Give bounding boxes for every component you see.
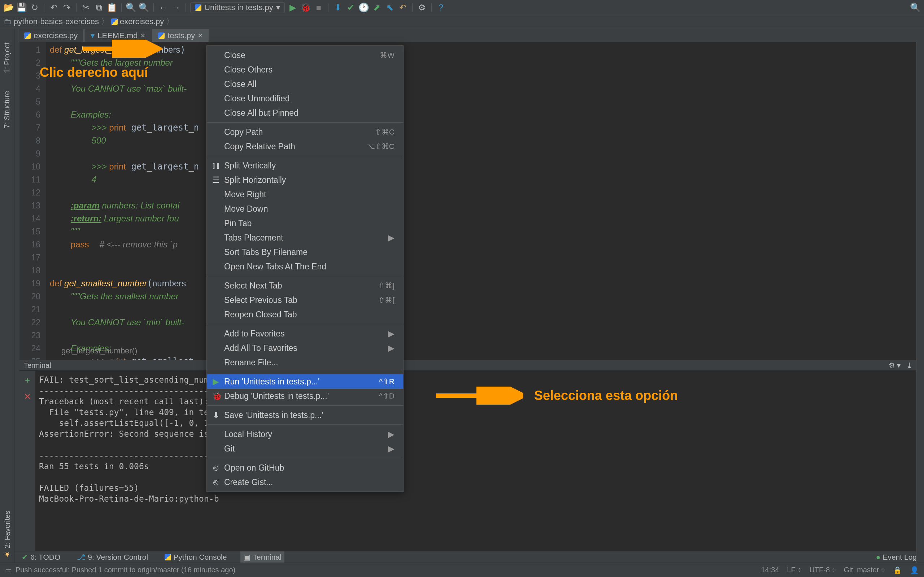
todo-tool-tab[interactable]: ✔6: TODO [19, 551, 63, 563]
editor-area: 1234567891011121314151617181920212223242… [19, 42, 917, 361]
close-icon[interactable]: × [198, 31, 202, 40]
folder-icon: 🗀 [3, 17, 11, 26]
main-toolbar: 📂 💾 ↻ ↶ ↷ ✂ ⧉ 📋 🔍 🔍 ← → Unittests in tes… [0, 0, 924, 15]
context-menu-item[interactable]: Pin Tab [207, 216, 403, 230]
tab-context-menu: Close⌘WClose OthersClose AllClose Unmodi… [207, 45, 404, 492]
line-separator[interactable]: LF ÷ [787, 566, 802, 574]
line-gutter: 1234567891011121314151617181920212223242… [19, 42, 46, 361]
gear-icon[interactable]: ⚙ ▾ [888, 361, 901, 369]
breadcrumb-project[interactable]: python-basics-exercises [14, 17, 99, 26]
context-menu-item[interactable]: ▶Run 'Unittests in tests.p...'^⇧R [207, 374, 403, 389]
vcs-tool-tab[interactable]: ⎇9: Version Control [74, 551, 151, 563]
terminal-gutter: ＋ ✕ [19, 371, 36, 555]
add-terminal-icon[interactable]: ＋ [23, 374, 32, 386]
breadcrumb-file[interactable]: exercises.py [120, 17, 164, 26]
context-menu-item[interactable]: Tabs Placement▶ [207, 230, 403, 245]
close-terminal-icon[interactable]: ✕ [24, 392, 31, 402]
context-menu-item[interactable]: 🐞Debug 'Unittests in tests.p...'^⇧D [207, 389, 403, 403]
context-menu-item[interactable]: ⎋Create Gist... [207, 475, 403, 489]
copy-icon[interactable]: ⧉ [94, 3, 104, 13]
context-menu-item[interactable]: Close Unmodified [207, 91, 403, 106]
code-area[interactable]: def get_largest_number(numbers) """Gets … [46, 42, 917, 361]
left-tool-strip: 1: Project 7: Structure ★ 2: Favorites [0, 28, 15, 562]
lock-icon[interactable]: 🔒 [893, 566, 902, 574]
context-menu-item[interactable]: Close All [207, 77, 403, 91]
vcs-show-icon[interactable]: ⬉ [385, 3, 395, 13]
vcs-commit-icon[interactable]: ✔ [346, 3, 356, 13]
context-menu-item[interactable]: Select Next Tab⇧⌘] [207, 279, 403, 293]
context-menu-item[interactable]: Local History▶ [207, 427, 403, 442]
status-bar: ▭ Push successful: Pushed 1 commit to or… [0, 562, 924, 577]
context-menu-item[interactable]: Move Right [207, 187, 403, 201]
context-menu-item[interactable]: Close All but Pinned [207, 106, 403, 120]
stop-icon[interactable]: ■ [313, 3, 324, 13]
vcs-update-icon[interactable]: ⬇ [333, 3, 343, 13]
minimize-icon[interactable]: ⤓ [906, 361, 913, 369]
context-menu-item[interactable]: ⬇Save 'Unittests in tests.p...' [207, 408, 403, 422]
context-menu-item[interactable]: ⎋Open on GitHub [207, 461, 403, 475]
context-menu-item[interactable]: Copy Path⇧⌘C [207, 125, 403, 139]
context-menu-item[interactable]: Add All To Favorites▶ [207, 341, 403, 355]
context-menu-item[interactable]: Reopen Closed Tab [207, 307, 403, 322]
chevron-right-icon: 〉 [101, 16, 109, 27]
git-branch[interactable]: Git: master ÷ [844, 566, 885, 574]
sync-icon[interactable]: ↻ [30, 3, 40, 13]
run-config-dropdown[interactable]: Unittests in tests.py ▾ [190, 2, 285, 13]
redo-icon[interactable]: ↷ [62, 3, 72, 13]
debug-icon[interactable]: 🐞 [300, 3, 311, 13]
search-everywhere-icon[interactable]: 🔍 [910, 3, 921, 13]
forward-icon[interactable]: → [171, 3, 181, 13]
python-icon [158, 32, 165, 39]
structure-tool-tab[interactable]: 7: Structure [3, 87, 11, 132]
paste-icon[interactable]: 📋 [107, 3, 117, 13]
settings-icon[interactable]: ⚙ [417, 3, 427, 13]
breadcrumb: 🗀 python-basics-exercises 〉 exercises.py… [0, 15, 924, 28]
vcs-history-icon[interactable]: 🕐 [359, 3, 369, 13]
undo-icon[interactable]: ↶ [49, 3, 59, 13]
encoding[interactable]: UTF-8 ÷ [809, 566, 835, 574]
context-menu-item[interactable]: Sort Tabs By Filename [207, 245, 403, 259]
terminal-tool-tab[interactable]: ▣Terminal [241, 551, 284, 563]
vcs-push-icon[interactable]: ⬈ [372, 3, 382, 13]
annotation-text-1: Clic derecho aquí [40, 65, 148, 80]
open-icon[interactable]: 📂 [3, 3, 14, 13]
chevron-down-icon: ▾ [276, 3, 280, 12]
context-menu-item[interactable]: Add to Favorites▶ [207, 326, 403, 341]
save-icon[interactable]: 💾 [16, 3, 27, 13]
annotation-arrow-2: Selecciona esta opción [430, 387, 678, 405]
annotation-text-2: Selecciona esta opción [534, 388, 678, 403]
status-icon[interactable]: ▭ [5, 566, 12, 574]
context-menu-item[interactable]: Git▶ [207, 442, 403, 456]
event-log-tool-tab[interactable]: ●Event Log [873, 551, 920, 563]
find-icon[interactable]: 🔍 [126, 3, 136, 13]
run-icon[interactable]: ▶ [288, 3, 298, 13]
bottom-tool-strip: ✔6: TODO ⎇9: Version Control Python Cons… [15, 551, 924, 562]
context-menu-item[interactable]: Close Others [207, 62, 403, 77]
context-menu-item[interactable]: Open New Tabs At The End [207, 259, 403, 274]
project-tool-tab[interactable]: 1: Project [3, 39, 11, 76]
markdown-icon: ▾ [90, 31, 95, 40]
context-menu-item[interactable]: Close⌘W [207, 48, 403, 62]
rollback-icon[interactable]: ↶ [398, 3, 408, 13]
context-menu-item[interactable]: ⫿⫿Split Vertically [207, 158, 403, 173]
inspector-icon[interactable]: 👤 [910, 566, 919, 574]
back-icon[interactable]: ← [158, 3, 168, 13]
status-message: Push successful: Pushed 1 commit to orig… [16, 566, 235, 574]
replace-icon[interactable]: 🔍 [139, 3, 149, 13]
terminal-title: Terminal [24, 361, 51, 370]
context-menu-item[interactable]: ☰Split Horizontally [207, 173, 403, 187]
context-menu-item[interactable]: Move Down [207, 201, 403, 216]
close-icon[interactable]: × [141, 31, 145, 40]
help-icon[interactable]: ? [436, 3, 446, 13]
python-console-tool-tab[interactable]: Python Console [162, 551, 229, 563]
cut-icon[interactable]: ✂ [81, 3, 91, 13]
tab-exercises[interactable]: exercises.py [18, 29, 84, 42]
context-menu-item[interactable]: Rename File... [207, 355, 403, 370]
context-menu-item[interactable]: Select Previous Tab⇧⌘[ [207, 293, 403, 307]
annotation-arrow-1: Clic derecho aquí [83, 40, 162, 60]
python-icon [165, 554, 171, 561]
python-icon [111, 18, 118, 25]
context-menu-item[interactable]: Copy Relative Path⌥⇧⌘C [207, 139, 403, 154]
favorites-tool-tab[interactable]: ★ 2: Favorites [3, 507, 11, 562]
cursor-position[interactable]: 14:34 [761, 566, 779, 574]
